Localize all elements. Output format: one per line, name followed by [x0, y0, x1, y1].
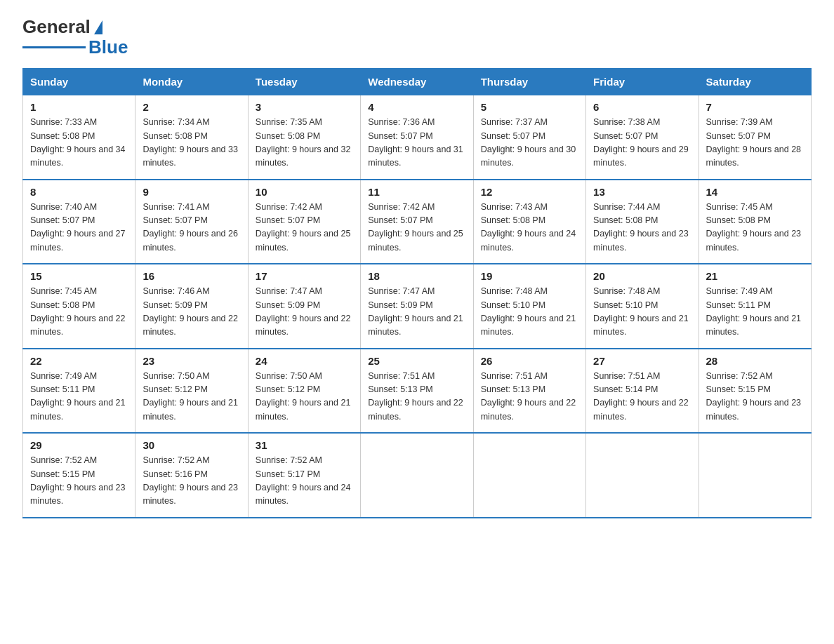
day-info: Sunrise: 7:37 AMSunset: 5:07 PMDaylight:…	[481, 117, 576, 168]
day-number: 27	[593, 355, 691, 367]
calendar-cell	[473, 433, 585, 518]
weekday-header-wednesday: Wednesday	[361, 69, 473, 95]
day-number: 5	[481, 101, 578, 113]
day-info: Sunrise: 7:49 AMSunset: 5:11 PMDaylight:…	[706, 286, 802, 337]
calendar-cell: 26Sunrise: 7:51 AMSunset: 5:13 PMDayligh…	[473, 349, 585, 434]
calendar-cell: 14Sunrise: 7:45 AMSunset: 5:08 PMDayligh…	[699, 180, 811, 264]
calendar-cell: 19Sunrise: 7:48 AMSunset: 5:10 PMDayligh…	[473, 264, 585, 349]
calendar-cell: 7Sunrise: 7:39 AMSunset: 5:07 PMDaylight…	[699, 95, 811, 180]
day-info: Sunrise: 7:51 AMSunset: 5:13 PMDaylight:…	[368, 371, 463, 422]
calendar-table: SundayMondayTuesdayWednesdayThursdayFrid…	[22, 68, 812, 518]
calendar-cell: 21Sunrise: 7:49 AMSunset: 5:11 PMDayligh…	[699, 264, 811, 349]
day-info: Sunrise: 7:47 AMSunset: 5:09 PMDaylight:…	[368, 286, 463, 337]
calendar-cell: 28Sunrise: 7:52 AMSunset: 5:15 PMDayligh…	[699, 349, 811, 434]
day-info: Sunrise: 7:52 AMSunset: 5:17 PMDaylight:…	[256, 455, 351, 506]
week-row-2: 8Sunrise: 7:40 AMSunset: 5:07 PMDaylight…	[23, 180, 812, 264]
calendar-cell	[361, 433, 473, 518]
calendar-cell: 5Sunrise: 7:37 AMSunset: 5:07 PMDaylight…	[473, 95, 585, 180]
day-number: 21	[706, 270, 804, 282]
day-number: 1	[30, 101, 128, 113]
day-number: 2	[143, 101, 240, 113]
day-info: Sunrise: 7:43 AMSunset: 5:08 PMDaylight:…	[481, 202, 576, 253]
page-header: General Blue	[22, 17, 812, 57]
weekday-header-sunday: Sunday	[23, 69, 135, 95]
day-number: 13	[593, 186, 691, 198]
day-number: 10	[256, 186, 353, 198]
week-row-3: 15Sunrise: 7:45 AMSunset: 5:08 PMDayligh…	[23, 264, 812, 349]
day-number: 20	[593, 270, 691, 282]
day-number: 16	[143, 270, 240, 282]
day-info: Sunrise: 7:35 AMSunset: 5:08 PMDaylight:…	[256, 117, 351, 168]
day-info: Sunrise: 7:34 AMSunset: 5:08 PMDaylight:…	[143, 117, 238, 168]
weekday-header-friday: Friday	[586, 69, 699, 95]
day-info: Sunrise: 7:49 AMSunset: 5:11 PMDaylight:…	[30, 371, 126, 422]
day-info: Sunrise: 7:52 AMSunset: 5:15 PMDaylight:…	[30, 455, 126, 506]
day-info: Sunrise: 7:47 AMSunset: 5:09 PMDaylight:…	[256, 286, 351, 337]
calendar-cell: 27Sunrise: 7:51 AMSunset: 5:14 PMDayligh…	[586, 349, 699, 434]
day-number: 11	[368, 186, 465, 198]
day-number: 19	[481, 270, 578, 282]
logo-general: General	[22, 17, 91, 37]
day-info: Sunrise: 7:39 AMSunset: 5:07 PMDaylight:…	[706, 117, 802, 168]
week-row-4: 22Sunrise: 7:49 AMSunset: 5:11 PMDayligh…	[23, 349, 812, 434]
calendar-cell	[699, 433, 811, 518]
calendar-cell: 6Sunrise: 7:38 AMSunset: 5:07 PMDaylight…	[586, 95, 699, 180]
day-number: 7	[706, 101, 804, 113]
day-number: 22	[30, 355, 128, 367]
day-number: 25	[368, 355, 465, 367]
calendar-cell: 2Sunrise: 7:34 AMSunset: 5:08 PMDaylight…	[135, 95, 248, 180]
day-number: 8	[30, 186, 128, 198]
day-info: Sunrise: 7:41 AMSunset: 5:07 PMDaylight:…	[143, 202, 238, 253]
day-number: 30	[143, 439, 240, 451]
day-info: Sunrise: 7:42 AMSunset: 5:07 PMDaylight:…	[368, 202, 463, 253]
calendar-cell: 29Sunrise: 7:52 AMSunset: 5:15 PMDayligh…	[23, 433, 135, 518]
calendar-cell: 8Sunrise: 7:40 AMSunset: 5:07 PMDaylight…	[23, 180, 135, 264]
calendar-cell: 1Sunrise: 7:33 AMSunset: 5:08 PMDaylight…	[23, 95, 135, 180]
day-info: Sunrise: 7:45 AMSunset: 5:08 PMDaylight:…	[30, 286, 126, 337]
day-info: Sunrise: 7:45 AMSunset: 5:08 PMDaylight:…	[706, 202, 802, 253]
calendar-cell: 20Sunrise: 7:48 AMSunset: 5:10 PMDayligh…	[586, 264, 699, 349]
calendar-cell: 31Sunrise: 7:52 AMSunset: 5:17 PMDayligh…	[248, 433, 360, 518]
day-info: Sunrise: 7:51 AMSunset: 5:14 PMDaylight:…	[593, 371, 689, 422]
day-number: 26	[481, 355, 578, 367]
day-number: 31	[256, 439, 353, 451]
calendar-cell: 10Sunrise: 7:42 AMSunset: 5:07 PMDayligh…	[248, 180, 360, 264]
day-info: Sunrise: 7:51 AMSunset: 5:13 PMDaylight:…	[481, 371, 576, 422]
day-number: 24	[256, 355, 353, 367]
calendar-cell: 11Sunrise: 7:42 AMSunset: 5:07 PMDayligh…	[361, 180, 473, 264]
day-info: Sunrise: 7:52 AMSunset: 5:15 PMDaylight:…	[706, 371, 802, 422]
day-number: 3	[256, 101, 353, 113]
day-number: 14	[706, 186, 804, 198]
calendar-cell: 12Sunrise: 7:43 AMSunset: 5:08 PMDayligh…	[473, 180, 585, 264]
day-info: Sunrise: 7:46 AMSunset: 5:09 PMDaylight:…	[143, 286, 238, 337]
week-row-1: 1Sunrise: 7:33 AMSunset: 5:08 PMDaylight…	[23, 95, 812, 180]
calendar-cell: 13Sunrise: 7:44 AMSunset: 5:08 PMDayligh…	[586, 180, 699, 264]
day-info: Sunrise: 7:50 AMSunset: 5:12 PMDaylight:…	[143, 371, 238, 422]
weekday-header-tuesday: Tuesday	[248, 69, 360, 95]
calendar-cell: 18Sunrise: 7:47 AMSunset: 5:09 PMDayligh…	[361, 264, 473, 349]
calendar-cell: 15Sunrise: 7:45 AMSunset: 5:08 PMDayligh…	[23, 264, 135, 349]
calendar-cell: 9Sunrise: 7:41 AMSunset: 5:07 PMDaylight…	[135, 180, 248, 264]
day-number: 18	[368, 270, 465, 282]
day-info: Sunrise: 7:50 AMSunset: 5:12 PMDaylight:…	[256, 371, 351, 422]
calendar-cell: 17Sunrise: 7:47 AMSunset: 5:09 PMDayligh…	[248, 264, 360, 349]
calendar-cell: 3Sunrise: 7:35 AMSunset: 5:08 PMDaylight…	[248, 95, 360, 180]
logo-blue: Blue	[86, 37, 128, 58]
day-number: 6	[593, 101, 691, 113]
day-number: 28	[706, 355, 804, 367]
day-info: Sunrise: 7:48 AMSunset: 5:10 PMDaylight:…	[593, 286, 689, 337]
day-info: Sunrise: 7:52 AMSunset: 5:16 PMDaylight:…	[143, 455, 238, 506]
day-info: Sunrise: 7:44 AMSunset: 5:08 PMDaylight:…	[593, 202, 689, 253]
calendar-cell: 22Sunrise: 7:49 AMSunset: 5:11 PMDayligh…	[23, 349, 135, 434]
calendar-cell: 30Sunrise: 7:52 AMSunset: 5:16 PMDayligh…	[135, 433, 248, 518]
day-number: 15	[30, 270, 128, 282]
day-number: 12	[481, 186, 578, 198]
day-number: 23	[143, 355, 240, 367]
calendar-cell: 24Sunrise: 7:50 AMSunset: 5:12 PMDayligh…	[248, 349, 360, 434]
weekday-header-monday: Monday	[135, 69, 248, 95]
day-number: 17	[256, 270, 353, 282]
logo: General Blue	[22, 17, 128, 57]
calendar-cell: 4Sunrise: 7:36 AMSunset: 5:07 PMDaylight…	[361, 95, 473, 180]
weekday-header-thursday: Thursday	[473, 69, 585, 95]
day-info: Sunrise: 7:36 AMSunset: 5:07 PMDaylight:…	[368, 117, 463, 168]
